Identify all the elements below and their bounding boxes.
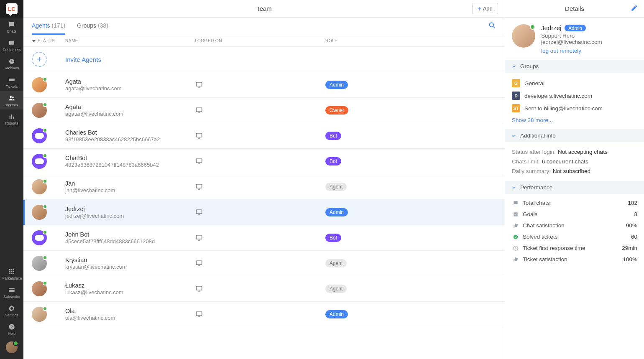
status-dot-icon (43, 255, 47, 260)
clock-icon (8, 58, 15, 65)
nav-marketplace[interactable]: Marketplace (0, 265, 23, 283)
invite-row[interactable]: + Invite Agents (23, 47, 505, 72)
tabs: Agents (171) Groups (38) (23, 18, 505, 35)
check-icon (512, 211, 519, 217)
agent-avatar (32, 77, 47, 92)
perf-label: Goals (523, 211, 537, 217)
clock-icon (512, 245, 519, 251)
search-button[interactable] (488, 21, 496, 31)
agent-row[interactable]: Jędrzejjedrzej@livechatinc.comAdmin (23, 200, 505, 225)
nav-settings[interactable]: Settings (0, 301, 23, 320)
groups-list: GGeneralDdevelopers.livechatinc.comSTSen… (505, 73, 644, 129)
nav-archives[interactable]: Archives (0, 54, 23, 73)
gear-icon (8, 305, 15, 312)
nav-customers[interactable]: Customers (0, 36, 23, 54)
chevron-down-icon (511, 133, 517, 139)
agent-email: ola@livechatinc.com (65, 315, 195, 321)
group-item[interactable]: STSent to billing@livechatinc.com (512, 102, 637, 115)
col-role[interactable]: ROLE (325, 38, 505, 43)
agent-avatar (32, 256, 47, 271)
profile-subtitle: Support Hero (541, 33, 602, 39)
status-dot-icon (43, 281, 47, 285)
nav-tickets[interactable]: Tickets (0, 73, 23, 91)
svg-rect-7 (11, 271, 13, 272)
agent-name: Charles Bot (65, 129, 195, 136)
agent-row[interactable]: Łukaszlukasz@livechatinc.comAgent (23, 276, 505, 302)
ticket-icon (8, 76, 15, 84)
agent-row[interactable]: ChatBot4823e83687281047ff148783a6665b42B… (23, 149, 505, 174)
show-more-groups-link[interactable]: Show 28 more... (512, 115, 637, 127)
perf-row: Ticket satisfaction100% (512, 254, 637, 265)
agent-avatar (32, 205, 47, 220)
nav-reports[interactable]: Reports (0, 109, 23, 128)
svg-rect-3 (9, 269, 10, 270)
agent-email: 93f19853ee20838ac4628225bc6667a2 (65, 136, 195, 143)
group-item[interactable]: GGeneral (512, 77, 637, 89)
nav-help[interactable]: ? Help (0, 320, 23, 338)
agent-row[interactable]: Olaola@livechatinc.comAdmin (23, 302, 505, 327)
perf-value: 29min (622, 245, 637, 251)
agent-email: agata@livechatinc.com (65, 85, 195, 92)
circle-check-icon (512, 234, 519, 240)
monitor-icon (195, 107, 203, 114)
section-performance-toggle[interactable]: Performance (505, 181, 644, 194)
svg-rect-11 (13, 273, 14, 274)
agent-row[interactable]: Charles Bot93f19853ee20838ac4628225bc666… (23, 123, 505, 149)
customers-icon (8, 39, 15, 47)
status-dot-icon (43, 179, 47, 183)
nav-agents[interactable]: Agents (0, 91, 23, 109)
perf-row: Ticket first response time29min (512, 242, 637, 254)
section-info-toggle[interactable]: Additional info (505, 129, 644, 142)
logout-remotely-link[interactable]: log out remotely (541, 48, 581, 54)
status-dot-icon (43, 128, 47, 132)
app-logo[interactable]: LC (0, 0, 23, 18)
tab-groups[interactable]: Groups (38) (77, 18, 108, 35)
invite-link[interactable]: Invite Agents (65, 56, 195, 63)
agent-avatar (32, 179, 47, 194)
role-badge: Admin (325, 81, 348, 89)
svg-rect-5 (13, 269, 14, 270)
role-badge: Bot (325, 132, 341, 140)
perf-row: Total chats182 (512, 197, 637, 209)
svg-rect-22 (196, 210, 202, 214)
col-logged[interactable]: LOGGED ON (195, 38, 325, 43)
details-title: Details (505, 5, 644, 12)
agent-row[interactable]: Agataagata@livechatinc.comAdmin (23, 72, 505, 98)
agent-list: + Invite Agents Agataagata@livechatinc.c… (23, 47, 505, 359)
nav-chats[interactable]: Chats (0, 18, 23, 36)
svg-point-16 (489, 23, 493, 27)
page-header: Team + Add (23, 0, 505, 18)
nav-subscribe[interactable]: Subscribe (0, 283, 23, 301)
details-header: Details (505, 0, 644, 18)
section-groups-toggle[interactable]: Groups (505, 60, 644, 73)
svg-rect-8 (13, 271, 14, 272)
role-badge: Bot (325, 234, 341, 242)
agent-row[interactable]: Agataagatar@livechatinc.comOwner (23, 98, 505, 123)
monitor-icon (195, 285, 203, 293)
status-dot-icon (43, 153, 47, 158)
page-title: Team (23, 5, 505, 12)
role-badge: Agent (325, 285, 347, 293)
svg-rect-26 (196, 312, 202, 316)
svg-rect-20 (196, 159, 202, 163)
perf-label: Total chats (523, 200, 550, 206)
col-status[interactable]: STATUS (32, 38, 65, 43)
group-item[interactable]: Ddevelopers.livechatinc.com (512, 89, 637, 102)
thumb-icon (512, 257, 519, 262)
col-name[interactable]: NAME (65, 38, 195, 43)
grid-icon (8, 268, 15, 275)
current-user-avatar[interactable] (6, 341, 18, 353)
table-header: STATUS NAME LOGGED ON ROLE (23, 35, 505, 47)
agent-row[interactable]: Janjan@livechatinc.comAgent (23, 174, 505, 200)
svg-rect-4 (11, 269, 13, 270)
agents-icon (8, 94, 15, 102)
chat-icon (512, 200, 519, 206)
agent-name: Jędrzej (65, 206, 195, 212)
agent-row[interactable]: John Bot45cece5af23fff648dd4883c6661208d… (23, 225, 505, 251)
tab-agents[interactable]: Agents (171) (32, 18, 65, 35)
agent-row[interactable]: Krystiankrystian@livechatinc.comAgent (23, 251, 505, 276)
logged-on-cell (195, 107, 325, 114)
status-dot-icon (43, 204, 47, 209)
agent-avatar (32, 154, 47, 169)
agent-avatar (32, 103, 47, 118)
